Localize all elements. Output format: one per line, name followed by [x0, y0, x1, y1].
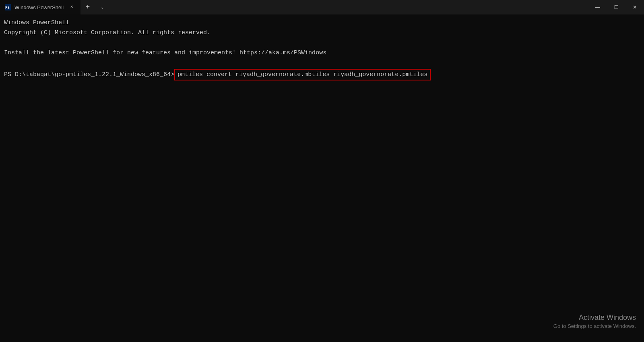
- new-tab-button[interactable]: +: [80, 0, 95, 14]
- activate-title: Activate Windows: [553, 313, 636, 323]
- command-line: PS D:\tabaqat\go-pmtiles_1.22.1_Windows_…: [2, 68, 642, 81]
- minimize-button[interactable]: —: [588, 0, 607, 14]
- activate-subtitle: Go to Settings to activate Windows.: [553, 323, 636, 330]
- tab-area: PS Windows PowerShell × + ⌄: [0, 0, 588, 14]
- window-controls: — ❐ ✕: [588, 0, 644, 14]
- prompt-text: PS D:\tabaqat\go-pmtiles_1.22.1_Windows_…: [4, 70, 174, 79]
- svg-text:PS: PS: [5, 6, 10, 10]
- restore-button[interactable]: ❐: [607, 0, 625, 14]
- tab-close-button[interactable]: ×: [68, 3, 76, 11]
- terminal-line-4: Install the latest PowerShell for new fe…: [2, 48, 642, 58]
- terminal-line-5: [2, 58, 642, 68]
- terminal-line-2: Copyright (C) Microsoft Corporation. All…: [2, 28, 642, 38]
- terminal-line-1: Windows PowerShell: [2, 18, 642, 28]
- active-tab[interactable]: PS Windows PowerShell ×: [0, 0, 80, 14]
- powershell-icon: PS: [5, 4, 11, 10]
- close-button[interactable]: ✕: [625, 0, 644, 14]
- terminal-line-3: [2, 38, 642, 48]
- terminal-content[interactable]: Windows PowerShell Copyright (C) Microso…: [0, 14, 644, 342]
- command-text: pmtiles convert riyadh_governorate.mbtil…: [174, 69, 431, 80]
- tab-title: Windows PowerShell: [14, 4, 64, 10]
- activate-windows-notice: Activate Windows Go to Settings to activ…: [553, 313, 636, 330]
- tab-dropdown-button[interactable]: ⌄: [95, 0, 109, 14]
- titlebar: PS Windows PowerShell × + ⌄ — ❐ ✕: [0, 0, 644, 14]
